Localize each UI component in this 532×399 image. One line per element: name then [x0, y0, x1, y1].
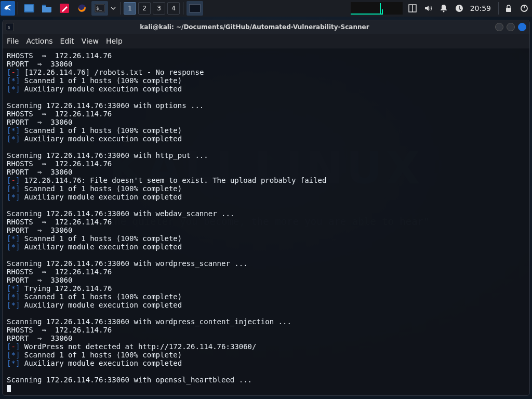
terminal-line: RPORT ⇒ 33060 [7, 118, 525, 126]
taskbar: $_ 1234 20:59 [0, 0, 532, 17]
terminal-line: RPORT ⇒ 33060 [7, 168, 525, 176]
terminal-line [7, 143, 525, 151]
terminal-line: Scanning 172.26.114.76:33060 with option… [7, 101, 525, 110]
terminal-line: [*] Auxiliary module execution completed [7, 135, 525, 143]
updates-icon[interactable] [452, 1, 467, 16]
firefox-icon[interactable] [74, 1, 90, 16]
menu-view[interactable]: View [82, 37, 99, 45]
terminal-line: [*] Scanned 1 of 1 hosts (100% complete) [7, 234, 525, 243]
workspace-switcher: 1234 [123, 2, 181, 15]
terminal-dropdown-icon[interactable] [109, 1, 117, 16]
menu-actions[interactable]: Actions [26, 37, 52, 45]
svg-rect-1 [25, 5, 33, 11]
menu-help[interactable]: Help [106, 37, 123, 45]
lock-icon[interactable] [501, 1, 516, 16]
menu-edit[interactable]: Edit [60, 37, 74, 45]
terminal-cursor-line [7, 384, 525, 392]
terminal-menubar: File Actions Edit View Help [3, 34, 529, 48]
terminal-line: RHOSTS ⇒ 172.26.114.76 [7, 159, 525, 168]
tiling-icon[interactable] [405, 1, 420, 16]
workspace-2[interactable]: 2 [138, 2, 151, 15]
terminal-line: Scanning 172.26.114.76:33060 with webdav… [7, 209, 525, 218]
notifications-icon[interactable] [436, 1, 451, 16]
clock[interactable]: 20:59 [470, 4, 491, 12]
svg-rect-12 [506, 8, 511, 12]
terminal-line: Scanning 172.26.114.76:33060 with wordpr… [7, 259, 525, 268]
terminal-line: RHOSTS ⇒ 172.26.114.76 [7, 110, 525, 118]
cpu-graph[interactable] [351, 2, 403, 15]
svg-text:$_: $_ [96, 6, 102, 11]
terminal-line: [*] Auxiliary module execution completed [7, 301, 525, 309]
terminal-line [7, 201, 525, 209]
terminal-line [7, 367, 525, 376]
terminal-line: RHOSTS ⇒ 172.26.114.76 [7, 51, 525, 60]
kali-menu-button[interactable] [1, 1, 15, 16]
window-titlebar[interactable]: $ kali@kali: ~/Documents/GitHub/Automate… [3, 20, 529, 34]
workspace-4[interactable]: 4 [167, 2, 180, 15]
terminal-line [7, 309, 525, 317]
cursor-icon [7, 385, 11, 392]
terminal-line: [*] Scanned 1 of 1 hosts (100% complete) [7, 184, 525, 193]
terminal-line [7, 251, 525, 259]
terminal-line: RPORT ⇒ 33060 [7, 226, 525, 234]
power-icon[interactable] [517, 1, 531, 16]
terminal-line: [*] Scanned 1 of 1 hosts (100% complete) [7, 351, 525, 359]
terminal-line: [-] 172.26.114.76: File doesn't seem to … [7, 176, 525, 184]
workspace-3[interactable]: 3 [153, 2, 165, 15]
workspace-1[interactable]: 1 [124, 2, 136, 15]
taskbar-window-thumbnail[interactable] [187, 1, 203, 16]
terminal-icon[interactable]: $_ [91, 1, 108, 16]
terminal-line: RHOSTS ⇒ 172.26.114.76 [7, 326, 525, 334]
volume-icon[interactable] [421, 1, 435, 16]
svg-text:$: $ [8, 25, 10, 30]
terminal-line: [-] WordPress not detected at http://172… [7, 342, 525, 351]
terminal-line: [*] Auxiliary module execution completed [7, 193, 525, 201]
terminal-line: [*] Auxiliary module execution completed [7, 359, 525, 367]
terminal-line: Scanning 172.26.114.76:33060 with http_p… [7, 151, 525, 159]
terminal-line: [*] Scanned 1 of 1 hosts (100% complete) [7, 126, 525, 135]
terminal-line: [*] Scanned 1 of 1 hosts (100% complete) [7, 76, 525, 85]
svg-rect-2 [42, 5, 46, 6]
minimize-button[interactable] [495, 23, 503, 31]
svg-point-10 [443, 11, 444, 12]
terminal-line: RPORT ⇒ 33060 [7, 334, 525, 342]
maximize-button[interactable] [507, 23, 515, 31]
editor-icon[interactable] [56, 1, 73, 16]
terminal-line: Scanning 172.26.114.76:33060 with openss… [7, 376, 525, 384]
terminal-body[interactable]: RHOSTS ⇒ 172.26.114.76RPORT ⇒ 33060[-] [… [3, 48, 529, 395]
terminal-line: [-] [172.26.114.76] /robots.txt - No res… [7, 68, 525, 76]
terminal-line [7, 93, 525, 101]
terminal-line: [*] Auxiliary module execution completed [7, 243, 525, 251]
terminal-line: [*] Auxiliary module execution completed [7, 85, 525, 93]
terminal-line: [*] Trying 172.26.114.76 [7, 284, 525, 292]
window-title: kali@kali: ~/Documents/GitHub/Automated-… [17, 23, 492, 31]
menu-file[interactable]: File [7, 37, 19, 45]
terminal-line: RHOSTS ⇒ 172.26.114.76 [7, 268, 525, 276]
terminal-line: RHOSTS ⇒ 172.26.114.76 [7, 218, 525, 226]
desktop-pager-icon[interactable] [21, 1, 37, 16]
terminal-line: Scanning 172.26.114.76:33060 with wordpr… [7, 317, 525, 326]
close-button[interactable] [518, 23, 526, 31]
window-icon: $ [6, 23, 14, 31]
terminal-line: RPORT ⇒ 33060 [7, 60, 525, 68]
terminal-window: $ kali@kali: ~/Documents/GitHub/Automate… [2, 20, 530, 396]
terminal-line: [*] Scanned 1 of 1 hosts (100% complete) [7, 292, 525, 301]
file-manager-icon[interactable] [38, 1, 55, 16]
terminal-line: RPORT ⇒ 33060 [7, 276, 525, 284]
